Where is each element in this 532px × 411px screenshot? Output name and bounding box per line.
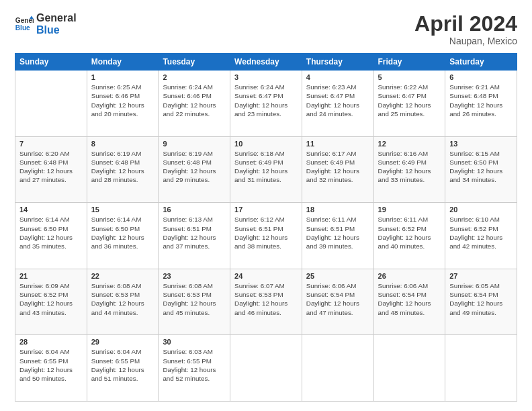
weekday-header-tuesday: Tuesday: [159, 54, 230, 71]
calendar-cell: [230, 335, 302, 402]
day-info: Sunrise: 6:16 AMSunset: 6:49 PMDaylight:…: [378, 149, 441, 185]
day-info: Sunrise: 6:05 AMSunset: 6:54 PMDaylight:…: [449, 281, 513, 317]
day-number: 25: [306, 272, 369, 280]
day-info: Sunrise: 6:14 AMSunset: 6:50 PMDaylight:…: [19, 215, 83, 250]
day-info: Sunrise: 6:07 AMSunset: 6:53 PMDaylight:…: [234, 281, 298, 317]
day-info: Sunrise: 6:11 AMSunset: 6:51 PMDaylight:…: [306, 215, 369, 250]
day-info: Sunrise: 6:23 AMSunset: 6:47 PMDaylight:…: [306, 83, 369, 118]
calendar-row-3: 21Sunrise: 6:09 AMSunset: 6:52 PMDayligh…: [15, 269, 517, 335]
day-info: Sunrise: 6:17 AMSunset: 6:49 PMDaylight:…: [306, 149, 369, 185]
day-info: Sunrise: 6:20 AMSunset: 6:48 PMDaylight:…: [19, 149, 83, 185]
day-number: 26: [378, 272, 441, 280]
calendar-cell: 24Sunrise: 6:07 AMSunset: 6:53 PMDayligh…: [230, 269, 302, 335]
weekday-header-thursday: Thursday: [302, 54, 373, 71]
calendar-cell: 28Sunrise: 6:04 AMSunset: 6:55 PMDayligh…: [15, 335, 87, 402]
calendar-row-0: 1Sunrise: 6:25 AMSunset: 6:46 PMDaylight…: [15, 71, 517, 137]
day-info: Sunrise: 6:22 AMSunset: 6:47 PMDaylight:…: [378, 83, 441, 118]
calendar-cell: 8Sunrise: 6:19 AMSunset: 6:48 PMDaylight…: [87, 136, 159, 203]
calendar-cell: 18Sunrise: 6:11 AMSunset: 6:51 PMDayligh…: [302, 203, 373, 269]
day-number: 12: [378, 140, 441, 148]
calendar-cell: 6Sunrise: 6:21 AMSunset: 6:48 PMDaylight…: [445, 71, 517, 137]
calendar-cell: 29Sunrise: 6:04 AMSunset: 6:55 PMDayligh…: [87, 335, 159, 402]
calendar-cell: 7Sunrise: 6:20 AMSunset: 6:48 PMDaylight…: [15, 136, 87, 203]
svg-text:Blue: Blue: [15, 24, 30, 31]
calendar-cell: 22Sunrise: 6:08 AMSunset: 6:53 PMDayligh…: [87, 269, 159, 335]
day-info: Sunrise: 6:08 AMSunset: 6:53 PMDaylight:…: [91, 281, 154, 317]
logo-general: General: [36, 12, 77, 24]
calendar-cell: 11Sunrise: 6:17 AMSunset: 6:49 PMDayligh…: [302, 136, 373, 203]
calendar-cell: 25Sunrise: 6:06 AMSunset: 6:54 PMDayligh…: [302, 269, 373, 335]
main-title: April 2024: [414, 12, 517, 36]
calendar-cell: 2Sunrise: 6:24 AMSunset: 6:46 PMDaylight…: [159, 71, 230, 137]
day-info: Sunrise: 6:13 AMSunset: 6:51 PMDaylight:…: [163, 215, 226, 250]
calendar-cell: 15Sunrise: 6:14 AMSunset: 6:50 PMDayligh…: [87, 203, 159, 269]
day-number: 4: [306, 73, 369, 81]
calendar-row-4: 28Sunrise: 6:04 AMSunset: 6:55 PMDayligh…: [15, 335, 517, 402]
day-number: 17: [234, 205, 298, 214]
calendar-cell: 9Sunrise: 6:19 AMSunset: 6:48 PMDaylight…: [159, 136, 230, 203]
calendar-cell: 26Sunrise: 6:06 AMSunset: 6:54 PMDayligh…: [373, 269, 445, 335]
day-info: Sunrise: 6:19 AMSunset: 6:48 PMDaylight:…: [91, 149, 154, 185]
day-number: 28: [19, 338, 83, 346]
day-info: Sunrise: 6:08 AMSunset: 6:53 PMDaylight:…: [163, 281, 226, 317]
day-number: 23: [163, 272, 226, 280]
day-number: 1: [91, 73, 154, 81]
day-number: 10: [234, 140, 298, 148]
day-number: 22: [91, 272, 154, 280]
day-number: 29: [91, 338, 154, 346]
calendar-cell: 1Sunrise: 6:25 AMSunset: 6:46 PMDaylight…: [87, 71, 159, 137]
calendar-cell: 16Sunrise: 6:13 AMSunset: 6:51 PMDayligh…: [159, 203, 230, 269]
day-info: Sunrise: 6:21 AMSunset: 6:48 PMDaylight:…: [449, 83, 513, 118]
day-number: 18: [306, 205, 369, 214]
day-number: 13: [449, 140, 513, 148]
calendar-cell: [302, 335, 373, 402]
day-number: 11: [306, 140, 369, 148]
day-number: 27: [449, 272, 513, 280]
weekday-header-saturday: Saturday: [445, 54, 517, 71]
weekday-header-monday: Monday: [87, 54, 159, 71]
calendar-row-1: 7Sunrise: 6:20 AMSunset: 6:48 PMDaylight…: [15, 136, 517, 203]
day-number: 2: [163, 73, 226, 81]
weekday-header-friday: Friday: [373, 54, 445, 71]
calendar-cell: 5Sunrise: 6:22 AMSunset: 6:47 PMDaylight…: [373, 71, 445, 137]
calendar-cell: 12Sunrise: 6:16 AMSunset: 6:49 PMDayligh…: [373, 136, 445, 203]
calendar-cell: 20Sunrise: 6:10 AMSunset: 6:52 PMDayligh…: [445, 203, 517, 269]
day-info: Sunrise: 6:15 AMSunset: 6:50 PMDaylight:…: [449, 149, 513, 185]
calendar-cell: 21Sunrise: 6:09 AMSunset: 6:52 PMDayligh…: [15, 269, 87, 335]
calendar-cell: 13Sunrise: 6:15 AMSunset: 6:50 PMDayligh…: [445, 136, 517, 203]
day-number: 19: [378, 205, 441, 214]
calendar-cell: 23Sunrise: 6:08 AMSunset: 6:53 PMDayligh…: [159, 269, 230, 335]
calendar-cell: 19Sunrise: 6:11 AMSunset: 6:52 PMDayligh…: [373, 203, 445, 269]
day-info: Sunrise: 6:06 AMSunset: 6:54 PMDaylight:…: [306, 281, 369, 317]
calendar-row-2: 14Sunrise: 6:14 AMSunset: 6:50 PMDayligh…: [15, 203, 517, 269]
calendar-cell: 27Sunrise: 6:05 AMSunset: 6:54 PMDayligh…: [445, 269, 517, 335]
logo-blue: Blue: [36, 24, 77, 36]
day-number: 14: [19, 205, 83, 214]
day-info: Sunrise: 6:19 AMSunset: 6:48 PMDaylight:…: [163, 149, 226, 185]
logo-icon: General Blue: [15, 15, 34, 34]
day-info: Sunrise: 6:10 AMSunset: 6:52 PMDaylight:…: [449, 215, 513, 250]
day-number: 24: [234, 272, 298, 280]
calendar-cell: 10Sunrise: 6:18 AMSunset: 6:49 PMDayligh…: [230, 136, 302, 203]
calendar-cell: 17Sunrise: 6:12 AMSunset: 6:51 PMDayligh…: [230, 203, 302, 269]
day-number: 8: [91, 140, 154, 148]
calendar-header-row: SundayMondayTuesdayWednesdayThursdayFrid…: [15, 54, 517, 71]
calendar-table: SundayMondayTuesdayWednesdayThursdayFrid…: [15, 53, 517, 402]
calendar-cell: [15, 71, 87, 137]
day-info: Sunrise: 6:09 AMSunset: 6:52 PMDaylight:…: [19, 281, 83, 317]
weekday-header-sunday: Sunday: [15, 54, 87, 71]
day-number: 21: [19, 272, 83, 280]
calendar-cell: 4Sunrise: 6:23 AMSunset: 6:47 PMDaylight…: [302, 71, 373, 137]
day-number: 16: [163, 205, 226, 214]
calendar-cell: 3Sunrise: 6:24 AMSunset: 6:47 PMDaylight…: [230, 71, 302, 137]
day-info: Sunrise: 6:04 AMSunset: 6:55 PMDaylight:…: [91, 347, 154, 383]
logo: General Blue General Blue: [15, 12, 77, 36]
day-number: 9: [163, 140, 226, 148]
day-info: Sunrise: 6:18 AMSunset: 6:49 PMDaylight:…: [234, 149, 298, 185]
day-number: 5: [378, 73, 441, 81]
header: General Blue General Blue April 2024 Nau…: [15, 12, 517, 46]
day-number: 3: [234, 73, 298, 81]
day-info: Sunrise: 6:24 AMSunset: 6:47 PMDaylight:…: [234, 83, 298, 118]
day-number: 7: [19, 140, 83, 148]
calendar-cell: 30Sunrise: 6:03 AMSunset: 6:55 PMDayligh…: [159, 335, 230, 402]
